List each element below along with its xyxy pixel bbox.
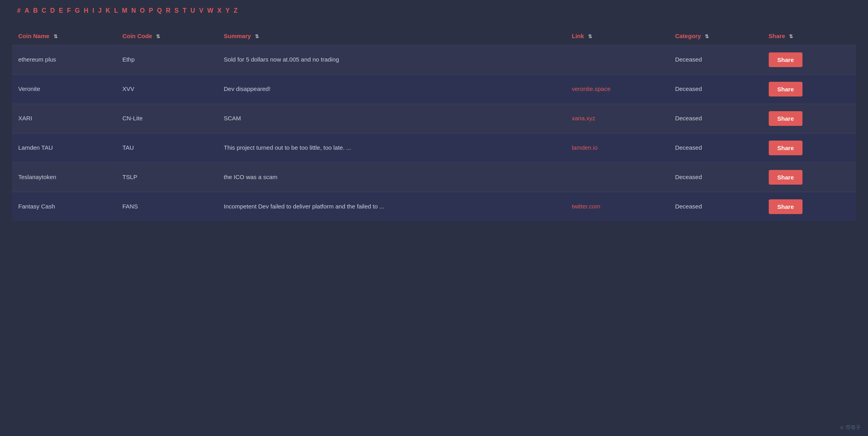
cell-share: Share <box>762 192 856 222</box>
share-button[interactable]: Share <box>769 82 803 96</box>
watermark: ⊙ 币哥子 <box>840 424 861 431</box>
cell-link[interactable]: veronite.space <box>565 75 669 104</box>
cell-category: Deceased <box>669 104 762 133</box>
nav-letter-d[interactable]: D <box>49 6 56 15</box>
cell-coin-name: Lamden TAU <box>12 133 116 163</box>
cell-category: Deceased <box>669 133 762 163</box>
share-button[interactable]: Share <box>769 111 803 126</box>
nav-letter-j[interactable]: J <box>97 6 103 15</box>
cell-share: Share <box>762 45 856 75</box>
table-row: VeroniteXVVDev disappeared!veronite.spac… <box>12 75 856 104</box>
table-row: Fantasy CashFANSIncompetent Dev failed t… <box>12 192 856 222</box>
nav-letter-q[interactable]: Q <box>156 6 163 15</box>
cell-share: Share <box>762 104 856 133</box>
cell-share: Share <box>762 163 856 192</box>
cell-link <box>565 45 669 75</box>
nav-letter-r[interactable]: R <box>165 6 172 15</box>
cell-category: Deceased <box>669 75 762 104</box>
nav-letter-x[interactable]: X <box>216 6 223 15</box>
cell-summary: the ICO was a scam <box>218 163 565 192</box>
nav-letter-w[interactable]: W <box>206 6 214 15</box>
table-row: Lamden TAUTAUThis project turned out to … <box>12 133 856 163</box>
nav-letter-z[interactable]: Z <box>233 6 239 15</box>
cell-category: Deceased <box>669 163 762 192</box>
nav-letter-c[interactable]: C <box>41 6 48 15</box>
nav-letter-e[interactable]: E <box>58 6 64 15</box>
cell-summary: Sold for 5 dollars now at.005 and no tra… <box>218 45 565 75</box>
nav-letter-#[interactable]: # <box>16 6 22 15</box>
share-button[interactable]: Share <box>769 52 803 67</box>
cell-share: Share <box>762 75 856 104</box>
nav-letter-p[interactable]: P <box>148 6 154 15</box>
sort-icon-link: ⇅ <box>588 34 592 39</box>
cell-summary: Incompetent Dev failed to deliver platfo… <box>218 192 565 222</box>
nav-letter-m[interactable]: M <box>121 6 128 15</box>
cell-coin-code: Ethp <box>116 45 217 75</box>
coins-table: Coin Name ⇅ Coin Code ⇅ Summary ⇅ Link ⇅… <box>12 27 856 221</box>
sort-icon-summary: ⇅ <box>255 34 259 39</box>
cell-coin-name: Fantasy Cash <box>12 192 116 222</box>
link-url[interactable]: veronite.space <box>572 85 611 92</box>
link-url[interactable]: lamden.io <box>572 144 598 151</box>
table-row: XARICN-LiteSCAMxaria.xyzDeceasedShare <box>12 104 856 133</box>
alphabet-nav: #ABCDEFGHIJKLMNOPQRSTUVWXYZ <box>0 0 868 19</box>
nav-letter-y[interactable]: Y <box>224 6 231 15</box>
cell-category: Deceased <box>669 45 762 75</box>
nav-letter-k[interactable]: K <box>104 6 112 15</box>
cell-link[interactable]: twitter.com <box>565 192 669 222</box>
col-coin-code[interactable]: Coin Code ⇅ <box>116 27 217 45</box>
nav-letter-h[interactable]: H <box>83 6 90 15</box>
col-summary[interactable]: Summary ⇅ <box>218 27 565 45</box>
link-url[interactable]: xaria.xyz <box>572 115 595 122</box>
share-button[interactable]: Share <box>769 170 803 185</box>
cell-coin-name: Veronite <box>12 75 116 104</box>
nav-letter-l[interactable]: L <box>113 6 120 15</box>
nav-letter-g[interactable]: G <box>74 6 81 15</box>
cell-share: Share <box>762 133 856 163</box>
table-row: TeslапaytokenTSLPthe ICO was a scamDecea… <box>12 163 856 192</box>
nav-letter-n[interactable]: N <box>130 6 137 15</box>
cell-coin-name: XARI <box>12 104 116 133</box>
share-button[interactable]: Share <box>769 141 803 155</box>
cell-link[interactable]: lamden.io <box>565 133 669 163</box>
cell-coin-code: CN-Lite <box>116 104 217 133</box>
cell-coin-name: Teslапaytoken <box>12 163 116 192</box>
col-share[interactable]: Share ⇅ <box>762 27 856 45</box>
cell-coin-code: TSLP <box>116 163 217 192</box>
col-category[interactable]: Category ⇅ <box>669 27 762 45</box>
cell-coin-code: FANS <box>116 192 217 222</box>
share-button[interactable]: Share <box>769 199 803 214</box>
nav-letter-v[interactable]: V <box>198 6 204 15</box>
cell-summary: SCAM <box>218 104 565 133</box>
nav-letter-f[interactable]: F <box>66 6 72 15</box>
cell-coin-name: ethereum plus <box>12 45 116 75</box>
sort-icon-share: ⇅ <box>789 34 793 39</box>
nav-letter-o[interactable]: O <box>139 6 146 15</box>
table-row: ethereum plusEthpSold for 5 dollars now … <box>12 45 856 75</box>
nav-letter-a[interactable]: A <box>23 6 31 15</box>
link-url[interactable]: twitter.com <box>572 203 600 210</box>
cell-coin-code: TAU <box>116 133 217 163</box>
nav-letter-b[interactable]: B <box>32 6 39 15</box>
nav-letter-i[interactable]: I <box>91 6 95 15</box>
col-link[interactable]: Link ⇅ <box>565 27 669 45</box>
coins-table-container: Coin Name ⇅ Coin Code ⇅ Summary ⇅ Link ⇅… <box>12 27 856 221</box>
cell-link <box>565 163 669 192</box>
nav-letter-s[interactable]: S <box>173 6 180 15</box>
cell-category: Deceased <box>669 192 762 222</box>
sort-icon-coin-code: ⇅ <box>156 34 160 39</box>
table-header-row: Coin Name ⇅ Coin Code ⇅ Summary ⇅ Link ⇅… <box>12 27 856 45</box>
cell-summary: This project turned out to be too little… <box>218 133 565 163</box>
cell-summary: Dev disappeared! <box>218 75 565 104</box>
nav-letter-t[interactable]: T <box>181 6 188 15</box>
sort-icon-coin-name: ⇅ <box>54 34 58 39</box>
cell-link[interactable]: xaria.xyz <box>565 104 669 133</box>
nav-letter-u[interactable]: U <box>189 6 197 15</box>
sort-icon-category: ⇅ <box>705 34 709 39</box>
col-coin-name[interactable]: Coin Name ⇅ <box>12 27 116 45</box>
cell-coin-code: XVV <box>116 75 217 104</box>
